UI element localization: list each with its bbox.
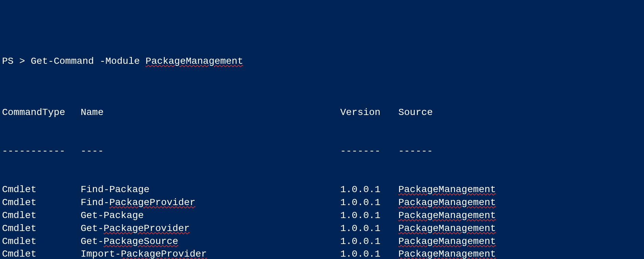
dash-version: ------- xyxy=(340,145,398,158)
cell-name: Get-PackageSource xyxy=(81,235,340,248)
header-commandtype: CommandType xyxy=(2,106,81,119)
cell-source-text: PackageManagement xyxy=(398,223,496,234)
cell-version: 1.0.0.1 xyxy=(340,196,398,209)
dash-source: ------ xyxy=(398,145,433,158)
cell-source: PackageManagement xyxy=(398,248,496,259)
cell-version: 1.0.0.1 xyxy=(340,235,398,248)
cell-source: PackageManagement xyxy=(398,196,496,209)
cell-commandtype: Cmdlet xyxy=(2,196,81,209)
cell-name: Get-Package xyxy=(81,209,340,222)
cell-source-text: PackageManagement xyxy=(398,210,496,221)
cell-commandtype: Cmdlet xyxy=(2,209,81,222)
header-version: Version xyxy=(340,106,398,119)
cell-source-text: PackageManagement xyxy=(398,249,496,259)
cell-version: 1.0.0.1 xyxy=(340,209,398,222)
cell-name-plain: Get- xyxy=(81,223,104,234)
cell-name: Find-PackageProvider xyxy=(81,196,340,209)
cell-name-squiggle: PackageProvider xyxy=(104,223,190,234)
cell-name-plain: Find- xyxy=(81,197,109,208)
cell-source-text: PackageManagement xyxy=(398,236,496,247)
dash-commandtype: ----------- xyxy=(2,145,81,158)
dash-name: ---- xyxy=(81,145,340,158)
cell-source-text: PackageManagement xyxy=(398,184,496,195)
cell-commandtype: Cmdlet xyxy=(2,235,81,248)
cell-source: PackageManagement xyxy=(398,183,496,196)
prompt-line: PS > Get-Command -Module PackageManageme… xyxy=(2,55,642,68)
table-row: CmdletGet-PackageSource1.0.0.1PackageMan… xyxy=(2,235,642,248)
table-row: CmdletImport-PackageProvider1.0.0.1Packa… xyxy=(2,248,642,259)
cell-name-squiggle: PackageProvider xyxy=(121,249,207,259)
cell-commandtype: Cmdlet xyxy=(2,183,81,196)
cell-name: Import-PackageProvider xyxy=(81,248,340,259)
cell-version: 1.0.0.1 xyxy=(340,222,398,235)
cell-source-text: PackageManagement xyxy=(398,197,496,208)
cell-name-squiggle: PackageProvider xyxy=(109,197,195,208)
table-row: CmdletFind-Package1.0.0.1PackageManageme… xyxy=(2,183,642,196)
cell-name: Get-PackageProvider xyxy=(81,222,340,235)
table-row: CmdletFind-PackageProvider1.0.0.1Package… xyxy=(2,196,642,209)
table-row: CmdletGet-Package1.0.0.1PackageManagemen… xyxy=(2,209,642,222)
cell-commandtype: Cmdlet xyxy=(2,248,81,259)
cell-name-squiggle: PackageSource xyxy=(104,236,178,247)
header-row: CommandType Name Version Source xyxy=(2,106,642,119)
cell-commandtype: Cmdlet xyxy=(2,222,81,235)
header-name: Name xyxy=(81,106,340,119)
cell-name-plain: Find-Package xyxy=(81,184,150,195)
cell-name: Find-Package xyxy=(81,183,340,196)
prompt-prefix: PS > Get-Command -Module xyxy=(2,56,146,67)
cell-version: 1.0.0.1 xyxy=(340,183,398,196)
cell-source: PackageManagement xyxy=(398,222,496,235)
cell-name-plain: Get- xyxy=(81,236,104,247)
cell-source: PackageManagement xyxy=(398,209,496,222)
table-row: CmdletGet-PackageProvider1.0.0.1PackageM… xyxy=(2,222,642,235)
cell-source: PackageManagement xyxy=(398,235,496,248)
prompt-arg: PackageManagement xyxy=(146,56,243,67)
cell-name-plain: Get-Package xyxy=(81,210,144,221)
table-body: CmdletFind-Package1.0.0.1PackageManageme… xyxy=(2,183,642,259)
header-source: Source xyxy=(398,106,433,119)
cell-version: 1.0.0.1 xyxy=(340,248,398,259)
cell-name-plain: Import- xyxy=(81,249,121,259)
dash-row: ----------- ---- ------- ------ xyxy=(2,145,642,158)
